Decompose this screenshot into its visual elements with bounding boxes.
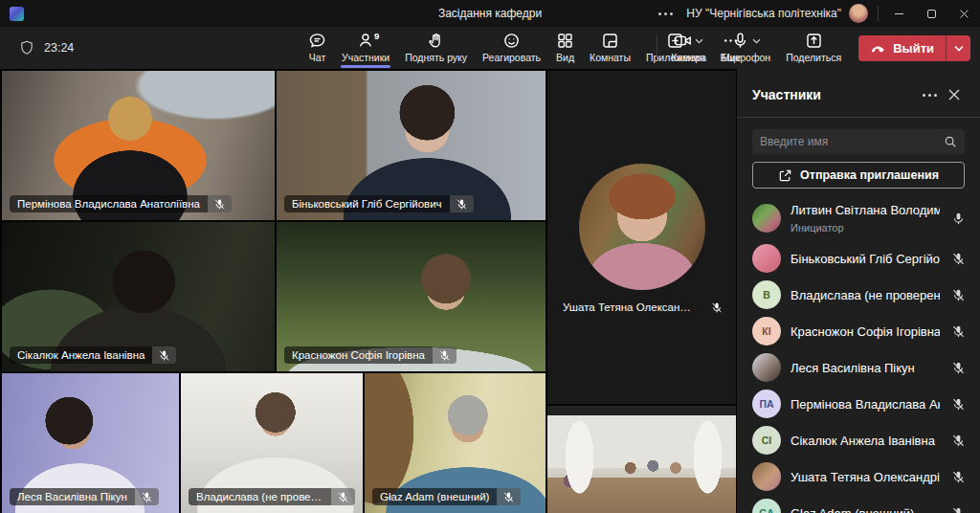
tile-name-label: Леся Василівна Пікун — [10, 488, 159, 505]
titlebar-overflow-icon[interactable] — [649, 12, 682, 15]
participant-avatar-initials: В — [752, 280, 781, 309]
mic-muted-icon — [152, 346, 176, 364]
chevron-down-icon — [695, 38, 703, 44]
participants-count-badge: 9 — [374, 31, 379, 41]
close-icon — [959, 9, 969, 19]
app-icon — [10, 7, 24, 21]
participant-list: Литвин Світлана Володимирі… Инициатор Бі… — [737, 192, 980, 513]
account-avatar[interactable] — [849, 4, 868, 23]
send-invite-button[interactable]: Отправка приглашения — [752, 162, 965, 189]
participant-avatar — [579, 164, 705, 290]
chevron-down-icon — [954, 45, 964, 52]
toolbar-camera-button[interactable]: Камера — [663, 30, 714, 66]
video-tile-sikaliuk[interactable]: Сікалюк Анжела Іванівна — [2, 222, 275, 371]
camera-icon — [674, 32, 692, 50]
tile-name-label: Głaz Adam (внешний) — [372, 488, 521, 505]
participant-search — [752, 129, 965, 154]
toolbar-raise-hand-button[interactable]: Поднять руку — [397, 27, 475, 69]
video-tile-vladyslava[interactable]: Владислава (не проверено) — [181, 373, 363, 513]
video-tile-krasnozhon[interactable]: Красножон Софія Ігорівна — [277, 222, 546, 371]
mic-muted-icon[interactable] — [949, 324, 967, 339]
tile-name-label: Пермінова Владислава Анатоліївна — [10, 195, 232, 212]
mic-muted-icon[interactable] — [949, 361, 967, 375]
participant-avatar — [752, 204, 781, 233]
tile-name-label: Ушата Тетяна Олександрівна — [555, 299, 728, 316]
mic-muted-icon[interactable] — [949, 506, 967, 513]
video-stage: Пермінова Владислава Анатоліївна Біньков… — [0, 69, 737, 513]
participant-avatar — [752, 462, 781, 491]
video-tile-pikun[interactable]: Леся Василівна Пікун — [2, 373, 179, 513]
meeting-title: Засідання кафедри — [438, 7, 542, 20]
more-icon — [923, 94, 937, 97]
participant-row[interactable]: Ушата Тетяна Олександрівна — [737, 458, 980, 495]
mic-muted-icon[interactable] — [949, 252, 967, 266]
participants-panel: Участники Отправка приглашения Литвин Св… — [737, 69, 980, 513]
toolbar-view-button[interactable]: Вид — [548, 27, 582, 69]
panel-title: Участники — [752, 87, 917, 102]
mic-muted-icon[interactable] — [949, 470, 967, 484]
participant-row[interactable]: ПА Пермінова Владислава Анат… — [737, 386, 980, 422]
toolbar-rooms-button[interactable]: Комнаты — [582, 27, 638, 69]
tile-name-label: Красножон Софія Ігорівна — [284, 346, 457, 364]
mic-muted-icon — [450, 195, 474, 212]
maximize-button[interactable] — [915, 0, 947, 27]
leave-options-button[interactable] — [946, 35, 970, 61]
leave-split-button: Выйти — [858, 35, 970, 61]
meeting-toolbar: 23:24 Чат 9 Участники Поднять руку Реаги… — [0, 27, 980, 69]
hang-up-icon — [870, 40, 886, 56]
video-tile-room-camera[interactable] — [547, 406, 736, 513]
security-shield-icon — [19, 40, 34, 56]
toolbar-chat-button[interactable]: Чат — [301, 27, 334, 69]
react-smiley-icon — [502, 32, 521, 50]
mic-on-icon[interactable] — [949, 212, 967, 226]
participant-avatar-initials: СІ — [752, 426, 781, 455]
participant-avatar — [752, 244, 781, 273]
toolbar-react-button[interactable]: Реагировать — [475, 27, 548, 69]
toolbar-mic-button[interactable]: Микрофон — [714, 30, 778, 66]
mic-muted-icon — [704, 299, 728, 316]
title-bar: Засідання кафедри НУ "Чернігівська політ… — [0, 0, 980, 27]
participant-avatar — [752, 353, 781, 382]
participants-icon — [357, 32, 375, 50]
mic-icon — [731, 32, 749, 50]
raise-hand-icon — [427, 32, 445, 50]
panel-header: Участники — [737, 69, 980, 118]
participant-row[interactable]: СІ Сікалюк Анжела Іванівна — [737, 422, 980, 458]
participant-avatar-initials: КІ — [752, 317, 781, 346]
mic-muted-icon[interactable] — [949, 288, 967, 302]
mic-muted-icon — [331, 488, 355, 505]
minimize-button[interactable] — [882, 0, 915, 27]
participant-row[interactable]: КІ Красножон Софія Ігорівна — [737, 313, 980, 349]
share-screen-icon — [805, 32, 823, 50]
panel-more-button[interactable] — [917, 84, 942, 105]
account-name: НУ "Чернігівська політехніка" — [686, 7, 841, 20]
mic-muted-icon[interactable] — [949, 434, 967, 448]
participant-row[interactable]: GA Głaz Adam (внешний) — [737, 495, 980, 513]
teams-meeting-window: Засідання кафедри НУ "Чернігівська політ… — [0, 0, 980, 513]
tile-name-label: Біньковський Гліб Сергійович — [284, 195, 474, 212]
video-tile-ushata[interactable]: Ушата Тетяна Олександрівна — [547, 71, 736, 404]
titlebar-divider — [878, 6, 879, 21]
participant-row[interactable]: Литвин Світлана Володимирі… Инициатор — [737, 196, 980, 240]
rooms-icon — [601, 32, 619, 50]
panel-close-button[interactable] — [942, 84, 967, 105]
participant-row[interactable]: Леся Василівна Пікун — [737, 349, 980, 386]
meeting-timer: 23:24 — [44, 41, 74, 55]
toolbar-share-button[interactable]: Поделиться — [778, 30, 849, 66]
mic-muted-icon — [208, 195, 232, 212]
close-button[interactable] — [947, 0, 980, 27]
toolbar-divider — [657, 35, 657, 60]
participant-row[interactable]: В Владислава (не проверено) — [737, 277, 980, 313]
search-input[interactable] — [760, 135, 944, 148]
chat-icon — [308, 32, 326, 50]
video-tile-binkovskyi[interactable]: Біньковський Гліб Сергійович — [277, 71, 546, 220]
participant-avatar-initials: GA — [752, 499, 781, 513]
mic-muted-icon — [135, 488, 159, 505]
video-tile-perminova[interactable]: Пермінова Владислава Анатоліївна — [2, 71, 275, 220]
chevron-down-icon — [752, 38, 761, 44]
video-tile-glaz[interactable]: Głaz Adam (внешний) — [365, 373, 546, 513]
toolbar-participants-button[interactable]: 9 Участники — [334, 27, 397, 69]
participant-row[interactable]: Біньковський Гліб Сергійович — [737, 240, 980, 277]
mic-muted-icon[interactable] — [949, 397, 967, 412]
leave-button[interactable]: Выйти — [858, 35, 946, 61]
